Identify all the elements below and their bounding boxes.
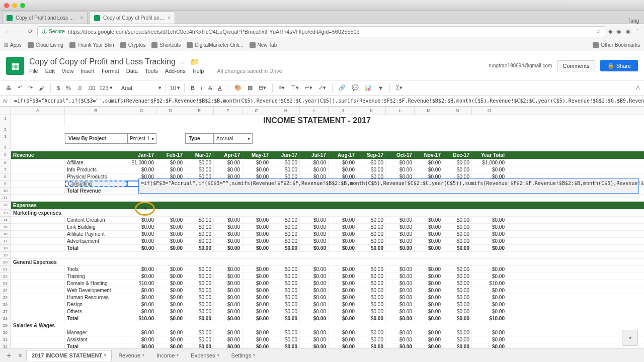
back-button[interactable]: ← bbox=[4, 28, 12, 36]
formula-bar: fx =if($F$3="Accrual",if($C$3="",sumifs(… bbox=[0, 96, 644, 107]
profile-name[interactable]: Tung bbox=[628, 18, 639, 24]
ext-icon[interactable]: ▣ bbox=[625, 28, 630, 35]
menu-edit[interactable]: Edit bbox=[45, 68, 55, 74]
sheet-tab-income-statement[interactable]: 2017 INCOME STATEMENT▾ bbox=[26, 350, 112, 361]
strike-button[interactable]: S bbox=[206, 84, 214, 92]
redo-button[interactable]: ↷ bbox=[26, 83, 35, 92]
decimal-dec[interactable]: .0 bbox=[75, 84, 84, 92]
undo-button[interactable]: ↶ bbox=[16, 83, 24, 92]
functions-button[interactable]: Σ▾ bbox=[394, 83, 405, 92]
text-color[interactable]: A bbox=[216, 84, 223, 92]
col-header[interactable]: D bbox=[156, 107, 185, 115]
sheet-tab-revenue[interactable]: Revenue▾ bbox=[113, 350, 150, 361]
menu-addons[interactable]: Add-ons bbox=[165, 68, 186, 74]
chart-button[interactable]: 📊 bbox=[363, 83, 374, 92]
document-title[interactable]: Copy of Copy of Profit and Loss Tracking bbox=[29, 57, 176, 66]
borders-button[interactable]: ▦ bbox=[246, 83, 255, 92]
currency-button[interactable]: $ bbox=[55, 84, 62, 92]
italic-button[interactable]: I bbox=[199, 84, 204, 92]
apps-button[interactable]: ⊞Apps bbox=[4, 42, 22, 48]
browser-tab-1[interactable]: Copy of Profit and Loss Track× bbox=[2, 12, 88, 24]
decimal-inc[interactable]: .00 bbox=[86, 84, 97, 92]
bookmark-item[interactable]: Cryptos bbox=[120, 42, 145, 48]
spreadsheet-grid[interactable]: A B C D E F G H I J K L M N O 1234567891… bbox=[0, 107, 644, 348]
font-select[interactable]: Arial▾ bbox=[121, 84, 162, 91]
explore-button[interactable]: ✦ bbox=[622, 330, 638, 346]
browser-tab-2[interactable]: Copy of Copy of Profit and L× bbox=[90, 12, 175, 24]
col-header[interactable]: K bbox=[357, 107, 386, 115]
col-header[interactable]: E bbox=[185, 107, 214, 115]
col-header[interactable]: H bbox=[271, 107, 300, 115]
menu-help[interactable]: Help bbox=[193, 68, 204, 74]
col-header[interactable]: L bbox=[386, 107, 415, 115]
mac-titlebar bbox=[0, 0, 644, 11]
ext-icon[interactable]: ◆ bbox=[608, 28, 612, 35]
paint-format[interactable]: 🖌 bbox=[37, 84, 46, 92]
ext-icon[interactable]: ◉ bbox=[616, 28, 621, 35]
cell-formula-overlay[interactable]: =if($F$3="Accrual",if($C$3="",sumifs(Rev… bbox=[138, 178, 639, 194]
col-header[interactable]: F bbox=[214, 107, 243, 115]
user-email[interactable]: tungtran190694@gmail.com bbox=[489, 63, 552, 68]
sheet-tab-income[interactable]: Income▾ bbox=[151, 350, 184, 361]
format-more[interactable]: 123▾ bbox=[99, 84, 112, 91]
rotate-button[interactable]: ⤢▾ bbox=[316, 83, 328, 92]
bookmark-item[interactable]: Cloud Living bbox=[28, 42, 63, 48]
menu-tools[interactable]: Tools bbox=[145, 68, 158, 74]
font-size[interactable]: 10▾ bbox=[170, 84, 180, 91]
print-button[interactable]: 🖶 bbox=[4, 84, 14, 92]
merge-button[interactable]: ⊟▾ bbox=[257, 83, 268, 92]
col-header[interactable]: J bbox=[329, 107, 357, 115]
comment-button[interactable]: 💬 bbox=[350, 83, 361, 92]
other-bookmarks[interactable]: Other Bookmarks bbox=[593, 42, 640, 48]
col-header[interactable]: C bbox=[127, 107, 156, 115]
bookmark-item[interactable]: Shortcuts bbox=[151, 42, 181, 48]
close-icon[interactable]: × bbox=[80, 15, 83, 21]
url-text: https://docs.google.com/spreadsheets/d/1… bbox=[68, 29, 596, 35]
cells-area[interactable]: =if($F$3="Accrual",if($C$3="",sumifs(Rev… bbox=[11, 115, 644, 348]
url-input[interactable]: ⓘ Secure https://docs.google.com/spreads… bbox=[37, 26, 605, 37]
filter-button[interactable]: ▼ bbox=[376, 84, 385, 92]
fill-color[interactable]: 🎨 bbox=[232, 83, 244, 92]
percent-button[interactable]: % bbox=[64, 84, 73, 92]
collapse-toolbar[interactable]: ᐱ bbox=[636, 84, 640, 91]
bookmark-item[interactable]: DigitalMarketer Onli... bbox=[187, 42, 243, 48]
menu-data[interactable]: Data bbox=[126, 68, 138, 74]
share-button[interactable]: 🔒 Share bbox=[600, 60, 638, 71]
menu-view[interactable]: View bbox=[62, 68, 74, 74]
valign-button[interactable]: ⊤▾ bbox=[289, 83, 301, 92]
wrap-button[interactable]: ↵▾ bbox=[303, 83, 314, 92]
star-icon[interactable]: ☆ bbox=[596, 28, 601, 35]
reload-button[interactable]: ⟳ bbox=[26, 28, 34, 36]
col-header[interactable]: O bbox=[472, 107, 507, 115]
menu-insert[interactable]: Insert bbox=[80, 68, 95, 74]
folder-icon[interactable]: 📁 bbox=[190, 58, 199, 66]
star-icon[interactable]: ☆ bbox=[180, 58, 186, 66]
menu-file[interactable]: File bbox=[29, 68, 38, 74]
comments-button[interactable]: Comments bbox=[557, 60, 595, 71]
sheet-tab-settings[interactable]: Settings▾ bbox=[226, 350, 261, 361]
sheet-tab-expenses[interactable]: Expenses▾ bbox=[185, 350, 224, 361]
formula-input[interactable]: =if($F$3="Accrual",if($C$3="",sumifs(Rev… bbox=[11, 98, 644, 104]
col-header[interactable]: B bbox=[65, 107, 127, 115]
close-icon[interactable]: × bbox=[168, 15, 171, 21]
window-maximize[interactable] bbox=[20, 3, 25, 8]
bookmark-item[interactable]: New Tab bbox=[250, 42, 277, 48]
window-close[interactable] bbox=[4, 3, 9, 8]
halign-button[interactable]: ≡▾ bbox=[277, 83, 287, 92]
forward-button[interactable]: → bbox=[15, 28, 23, 36]
window-minimize[interactable] bbox=[12, 3, 17, 8]
add-sheet-button[interactable]: + bbox=[4, 350, 14, 360]
bookmark-bar: ⊞Apps Cloud Living Thank Your Skin Crypt… bbox=[0, 39, 644, 51]
all-sheets-button[interactable]: ≡ bbox=[15, 350, 25, 360]
col-header[interactable]: I bbox=[300, 107, 329, 115]
col-header[interactable]: A bbox=[11, 107, 65, 115]
bookmark-item[interactable]: Thank Your Skin bbox=[69, 42, 114, 48]
menu-format[interactable]: Format bbox=[102, 68, 119, 74]
bold-button[interactable]: B bbox=[189, 84, 197, 92]
col-header[interactable]: G bbox=[243, 107, 271, 115]
col-header[interactable]: M bbox=[415, 107, 443, 115]
menu-icon[interactable]: ⋮ bbox=[634, 28, 640, 35]
col-header[interactable]: N bbox=[443, 107, 472, 115]
sheets-logo[interactable]: ▦ bbox=[6, 57, 24, 75]
link-button[interactable]: 🔗 bbox=[337, 83, 348, 92]
